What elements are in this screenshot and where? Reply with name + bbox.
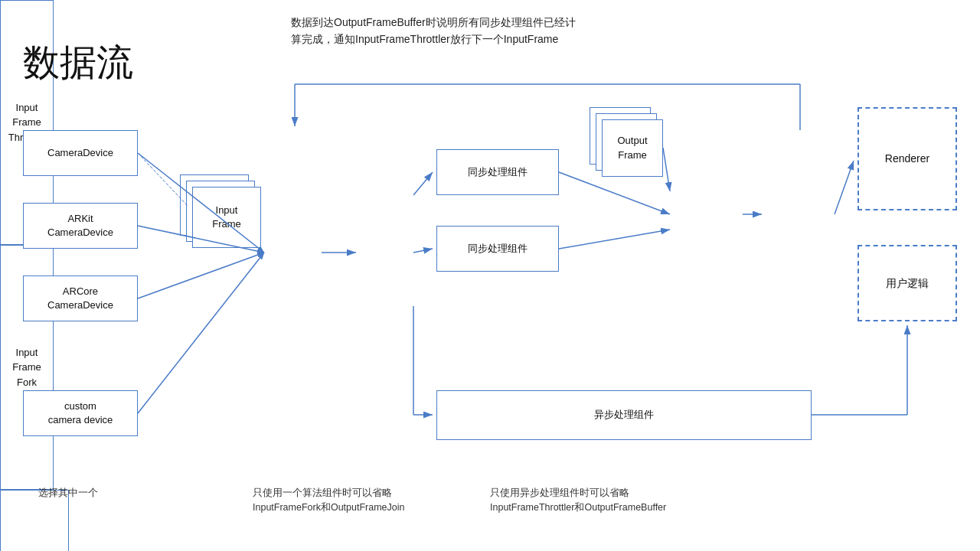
arrows-layer: [0, 0, 980, 551]
camera-device-3: ARCore CameraDevice: [23, 276, 138, 321]
camera-device-1: CameraDevice: [23, 130, 138, 176]
svg-line-4: [138, 253, 264, 298]
input-frame-front: Input Frame: [192, 187, 261, 248]
annotation-top: 数据到达OutputFrameBuffer时说明所有同步处理组件已经计 算完成，…: [291, 14, 576, 48]
svg-line-13: [663, 148, 670, 191]
async-component: 异步处理组件: [436, 390, 812, 440]
sync-component-1: 同步处理组件: [436, 149, 559, 195]
annotation-select: 选择其中一个: [38, 486, 98, 500]
camera-device-2: ARKit CameraDevice: [23, 203, 138, 249]
renderer-box: Renderer: [858, 107, 957, 210]
diagram: 数据流 数据到达OutputFrameBuffer时说明所有同步处理组件已经计 …: [0, 0, 980, 551]
svg-line-8: [413, 249, 433, 253]
output-frame-front: Output Frame: [602, 119, 663, 177]
page-title: 数据流: [23, 38, 133, 87]
user-logic-box: 用户逻辑: [858, 245, 957, 321]
svg-line-5: [138, 253, 264, 413]
camera-device-4: custom camera device: [23, 390, 138, 436]
annotation-fork: 只使用一个算法组件时可以省略 InputFrameFork和OutputFram…: [253, 486, 405, 515]
svg-line-15: [835, 161, 854, 214]
sync-component-2: 同步处理组件: [436, 226, 559, 272]
svg-line-7: [413, 172, 433, 195]
svg-line-11: [559, 172, 670, 214]
annotation-async: 只使用异步处理组件时可以省略 InputFrameThrottler和Outpu…: [490, 486, 666, 515]
svg-line-12: [559, 230, 670, 249]
